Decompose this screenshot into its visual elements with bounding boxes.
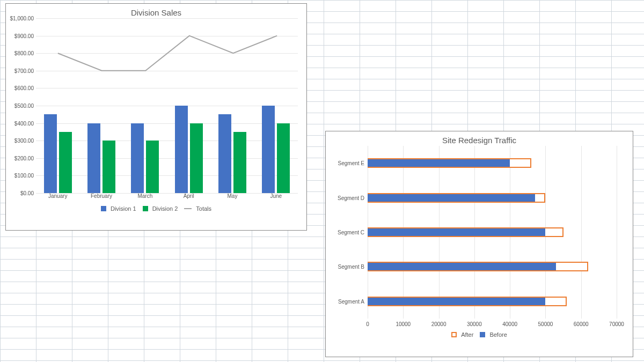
legend-item: Division 2 — [143, 205, 178, 212]
legend-item: Totals — [184, 205, 211, 212]
site-redesign-traffic-chart[interactable]: Site Redesign Traffic 010000200003000040… — [325, 131, 633, 357]
x-axis-category: March — [123, 193, 167, 203]
legend-label: Before — [489, 331, 507, 338]
y-axis-tick: $300.00 — [14, 138, 34, 144]
y-axis-tick: $500.00 — [14, 103, 34, 109]
y-axis-tick: $400.00 — [14, 120, 34, 126]
legend-item: Division 1 — [101, 205, 136, 212]
chart-plot-area: 010000200003000040000500006000070000Segm… — [330, 146, 628, 329]
x-axis-category: February — [79, 193, 123, 203]
x-axis-tick: 50000 — [538, 321, 553, 327]
legend-label: Division 2 — [152, 205, 178, 212]
legend-swatch-icon — [143, 206, 148, 211]
x-axis-tick: 40000 — [502, 321, 517, 327]
legend-swatch-icon — [451, 332, 457, 337]
y-axis-category: Segment B — [334, 264, 364, 270]
y-axis-category: Segment C — [334, 230, 364, 235]
x-axis-category: April — [167, 193, 210, 203]
y-axis-tick: $800.00 — [14, 50, 34, 56]
x-axis-tick: 20000 — [431, 321, 447, 327]
legend-label: Totals — [196, 205, 211, 212]
chart-legend: Division 1 Division 2 Totals — [6, 203, 306, 216]
y-axis-tick: $100.00 — [14, 173, 34, 179]
x-axis-category: May — [210, 193, 254, 203]
bar-before — [368, 228, 545, 236]
y-axis-category: Segment D — [334, 195, 364, 201]
y-axis-category: Segment A — [334, 298, 364, 304]
x-axis-tick: 70000 — [609, 321, 624, 327]
y-axis-tick: $900.00 — [14, 33, 34, 39]
chart-title: Site Redesign Traffic — [326, 131, 633, 146]
legend-label: Division 1 — [111, 205, 136, 212]
x-axis-category: June — [254, 193, 298, 203]
y-axis-tick: $600.00 — [14, 85, 34, 91]
chart-plot-area: $0.00$100.00$200.00$300.00$400.00$500.00… — [10, 18, 302, 203]
legend-label: After — [461, 331, 473, 338]
chart-title: Division Sales — [6, 4, 306, 18]
bar-before — [368, 159, 510, 167]
bar-before — [368, 298, 545, 305]
x-axis-tick: 60000 — [574, 321, 589, 327]
legend-swatch-icon — [101, 206, 106, 211]
y-axis-tick: $200.00 — [14, 155, 34, 161]
legend-item: Before — [480, 331, 507, 338]
x-axis-tick: 0 — [366, 321, 369, 327]
y-axis-category: Segment E — [334, 160, 364, 166]
bar-before — [368, 194, 535, 202]
division-sales-chart[interactable]: Division Sales $0.00$100.00$200.00$300.0… — [5, 3, 307, 231]
y-axis-tick: $1,000.00 — [10, 16, 34, 21]
x-axis-tick: 10000 — [396, 321, 411, 327]
legend-item: After — [451, 331, 473, 338]
y-axis-tick: $700.00 — [14, 68, 34, 73]
x-axis-category: January — [36, 193, 79, 203]
legend-swatch-icon — [480, 332, 485, 337]
y-axis-tick: $0.00 — [20, 190, 34, 196]
bar-before — [368, 263, 556, 270]
legend-swatch-icon — [184, 208, 192, 209]
chart-legend: After Before — [326, 329, 633, 342]
x-axis-tick: 30000 — [467, 321, 482, 327]
spreadsheet-canvas[interactable]: Division Sales $0.00$100.00$200.00$300.0… — [0, 0, 644, 362]
